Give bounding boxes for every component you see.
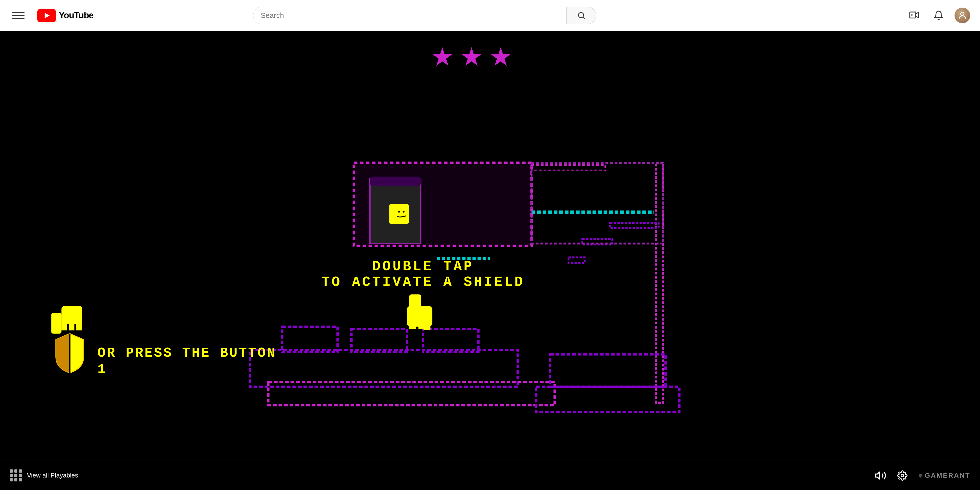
settings-icon (897, 470, 907, 481)
svg-text:DOUBLE TAP: DOUBLE TAP (372, 259, 474, 274)
svg-rect-12 (389, 204, 409, 224)
search-button[interactable] (567, 6, 596, 24)
svg-rect-41 (69, 322, 75, 331)
notification-bell-icon (934, 10, 944, 21)
view-all-playables-button[interactable]: View all Playables (10, 469, 78, 482)
svg-text:1: 1 (97, 362, 106, 377)
youtube-wordmark: YouTube (59, 10, 94, 21)
svg-point-6 (961, 12, 964, 16)
youtube-icon (37, 9, 56, 22)
game-canvas[interactable]: ★ ★ ★ (0, 31, 980, 461)
svg-text:★ ★ ★: ★ ★ ★ (431, 43, 512, 71)
svg-rect-39 (62, 306, 82, 325)
svg-text:TO ACTIVATE A SHIELD: TO ACTIVATE A SHIELD (321, 274, 525, 290)
volume-icon (874, 469, 886, 482)
settings-button[interactable] (894, 467, 911, 484)
svg-rect-38 (51, 313, 61, 334)
user-avatar-icon (958, 11, 967, 20)
volume-button[interactable] (874, 469, 886, 482)
view-all-playables-label: View all Playables (27, 472, 78, 479)
bottom-bar: View all Playables ⊕GAMERANT (0, 461, 980, 490)
svg-point-13 (398, 211, 400, 213)
svg-point-14 (403, 211, 405, 213)
menu-button[interactable] (10, 9, 27, 22)
create-video-button[interactable] (905, 7, 923, 24)
search-bar (253, 6, 567, 24)
grid-icon (10, 469, 22, 482)
header: YouTube (0, 0, 980, 31)
youtube-logo[interactable]: YouTube (37, 9, 94, 22)
svg-text:OR PRESS THE BUTTON: OR PRESS THE BUTTON (97, 345, 277, 361)
svg-marker-3 (916, 13, 918, 18)
game-scene: ★ ★ ★ (0, 31, 980, 461)
search-input[interactable] (253, 11, 566, 20)
bottom-right-actions: ⊕GAMERANT (874, 467, 970, 484)
svg-rect-37 (423, 323, 431, 330)
svg-point-0 (578, 13, 584, 18)
svg-rect-40 (62, 322, 67, 331)
svg-point-47 (901, 474, 904, 477)
search-container (253, 6, 596, 24)
user-avatar-button[interactable] (955, 8, 970, 23)
create-video-icon (909, 10, 919, 21)
notification-button[interactable] (930, 7, 947, 24)
search-icon (577, 11, 586, 20)
main-content: ★ ★ ★ (0, 31, 980, 490)
svg-rect-11 (370, 177, 421, 186)
gamerant-watermark: ⊕GAMERANT (918, 472, 970, 479)
header-actions (905, 7, 970, 24)
svg-rect-42 (76, 322, 82, 331)
svg-rect-16 (531, 170, 606, 176)
svg-marker-46 (875, 472, 880, 479)
svg-rect-35 (409, 320, 416, 329)
svg-line-1 (583, 17, 585, 19)
